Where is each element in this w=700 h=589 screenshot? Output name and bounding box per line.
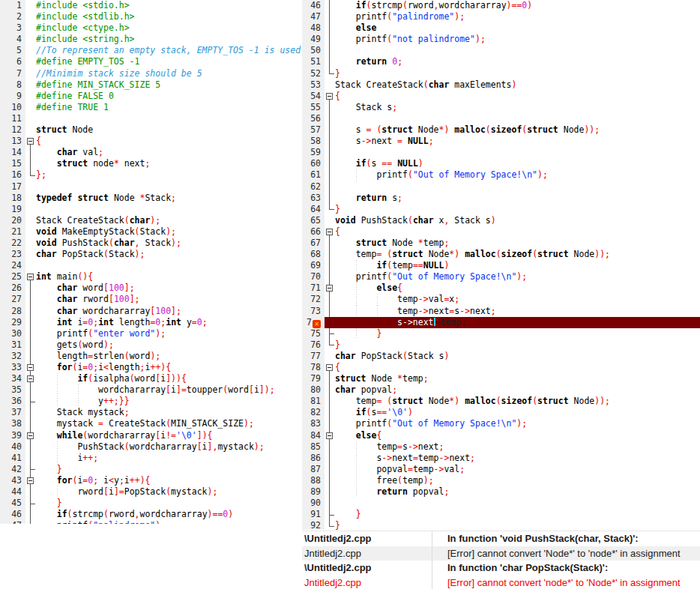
line-number[interactable]: 28	[0, 306, 25, 317]
line-number[interactable]: 84	[302, 430, 325, 441]
fold-collapse-icon[interactable]	[326, 229, 333, 235]
line-number[interactable]: 37	[0, 407, 25, 418]
line-number[interactable]: 91	[302, 509, 325, 520]
line-number[interactable]: 60	[302, 158, 325, 169]
line-number[interactable]: 7✕	[302, 317, 325, 328]
line-number[interactable]: 1	[0, 0, 25, 11]
line-number[interactable]: 63	[302, 193, 325, 204]
line-number[interactable]: 69	[302, 260, 325, 271]
line-number[interactable]: 51	[302, 56, 325, 67]
fold-collapse-icon[interactable]	[27, 477, 34, 484]
line-number[interactable]: 44	[0, 486, 25, 498]
line-number[interactable]: 47	[0, 520, 25, 524]
line-number[interactable]: 10	[0, 102, 25, 113]
line-number[interactable]: 55	[302, 102, 325, 113]
fold-collapse-icon[interactable]	[326, 93, 333, 100]
line-number[interactable]: 61	[302, 169, 325, 181]
line-number[interactable]: 76	[302, 339, 325, 351]
line-number[interactable]: 35	[0, 384, 25, 396]
line-number[interactable]: 12	[0, 124, 25, 136]
log-row[interactable]: \Untitledj2.cppIn function 'void PushSta…	[302, 531, 700, 546]
line-number[interactable]: 77	[302, 351, 325, 362]
fold-margin[interactable]	[325, 283, 335, 294]
fold-collapse-icon[interactable]	[27, 364, 34, 371]
line-number[interactable]: 47	[302, 11, 325, 22]
line-number[interactable]: 53	[302, 79, 325, 91]
line-number[interactable]: 41	[0, 453, 25, 464]
line-number[interactable]: 57	[302, 124, 325, 136]
line-number[interactable]: 38	[0, 418, 25, 429]
line-number[interactable]: 24	[0, 260, 25, 271]
line-number[interactable]: 92	[302, 520, 325, 530]
line-number[interactable]: 88	[302, 475, 325, 486]
line-number[interactable]: 73	[302, 306, 325, 317]
line-number[interactable]: 65	[302, 215, 325, 226]
line-number[interactable]: 30	[0, 328, 25, 339]
line-number[interactable]: 19	[0, 204, 25, 215]
line-number[interactable]: 49	[302, 34, 325, 45]
line-number[interactable]: 9	[0, 91, 25, 102]
line-number[interactable]: 3	[0, 22, 25, 34]
fold-collapse-icon[interactable]	[326, 285, 333, 292]
line-number[interactable]: 43	[0, 475, 25, 486]
editor-pane-left[interactable]: 1#include <stdio.h>2#include <stdlib.h>3…	[0, 0, 302, 524]
line-number[interactable]: 40	[0, 441, 25, 453]
line-number[interactable]: 50	[302, 45, 325, 56]
log-row[interactable]: Jntitledj2.cpp[Error] cannot convert 'no…	[302, 576, 700, 589]
line-number[interactable]: 86	[302, 453, 325, 464]
line-number[interactable]: 46	[302, 0, 325, 11]
line-number[interactable]: 90	[302, 498, 325, 509]
line-number[interactable]: 59	[302, 147, 325, 158]
line-number[interactable]: 14	[0, 147, 25, 158]
line-number[interactable]: 2	[0, 11, 25, 22]
line-number[interactable]: 82	[302, 407, 325, 418]
line-number[interactable]: 78	[302, 362, 325, 373]
line-number[interactable]: 81	[302, 396, 325, 407]
fold-margin[interactable]	[325, 362, 335, 373]
line-number[interactable]: 39	[0, 430, 25, 441]
fold-collapse-icon[interactable]	[326, 432, 333, 439]
line-number[interactable]: 17	[0, 181, 25, 193]
line-number[interactable]: 54	[302, 91, 325, 102]
line-number[interactable]: 42	[0, 464, 25, 475]
fold-margin[interactable]	[325, 226, 335, 238]
fold-margin[interactable]	[25, 271, 36, 283]
line-number[interactable]: 83	[302, 418, 325, 429]
line-number[interactable]: 32	[0, 351, 25, 362]
editor-pane-right[interactable]: 46 if(strcmp(rword,wordchararray)==0)47 …	[302, 0, 700, 530]
line-number[interactable]: 52	[302, 68, 325, 79]
line-number[interactable]: 67	[302, 238, 325, 249]
line-number[interactable]: 79	[302, 373, 325, 384]
line-number[interactable]: 31	[0, 339, 25, 351]
line-number[interactable]: 8	[0, 79, 25, 91]
fold-margin[interactable]	[25, 136, 36, 147]
fold-collapse-icon[interactable]	[27, 138, 34, 145]
line-number[interactable]: 7	[0, 68, 25, 79]
fold-margin[interactable]	[25, 362, 36, 373]
line-number[interactable]: 46	[0, 509, 25, 520]
fold-margin[interactable]	[325, 430, 335, 441]
fold-collapse-icon[interactable]	[27, 375, 34, 382]
line-number[interactable]: 11	[0, 113, 25, 124]
line-number[interactable]: 64	[302, 204, 325, 215]
fold-margin[interactable]	[325, 91, 335, 102]
line-number[interactable]: 75	[302, 328, 325, 339]
line-number[interactable]: 20	[0, 215, 25, 226]
line-number[interactable]: 18	[0, 193, 25, 204]
line-number[interactable]: 23	[0, 249, 25, 260]
line-number[interactable]: 70	[302, 271, 325, 283]
line-number[interactable]: 26	[0, 283, 25, 294]
fold-collapse-icon[interactable]	[27, 432, 34, 439]
log-row[interactable]: Jntitledj2.cpp[Error] cannot convert 'No…	[302, 546, 700, 561]
fold-margin[interactable]	[25, 430, 36, 441]
line-number[interactable]: 15	[0, 158, 25, 169]
line-number[interactable]: 27	[0, 294, 25, 305]
line-number[interactable]: 85	[302, 441, 325, 453]
line-number[interactable]: 68	[302, 249, 325, 260]
line-number[interactable]: 25	[0, 271, 25, 283]
line-number[interactable]: 4	[0, 34, 25, 45]
line-number[interactable]: 89	[302, 486, 325, 498]
line-number[interactable]: 62	[302, 181, 325, 193]
line-number[interactable]: 58	[302, 136, 325, 147]
line-number[interactable]: 21	[0, 226, 25, 238]
